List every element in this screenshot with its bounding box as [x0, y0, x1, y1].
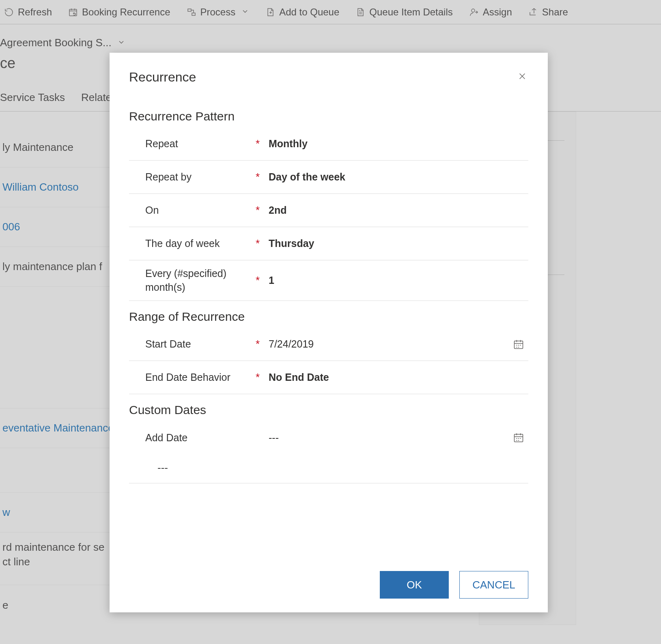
- add-date-value[interactable]: ---: [265, 432, 528, 444]
- close-icon: [518, 72, 527, 81]
- start-date-label: Start Date: [129, 338, 251, 350]
- repeat-by-label: Repeat by: [129, 171, 251, 183]
- on-value[interactable]: 2nd: [265, 204, 528, 216]
- dialog-footer: OK CANCEL: [129, 566, 528, 599]
- day-of-week-label: The day of week: [129, 238, 251, 249]
- recurrence-dialog: Recurrence Recurrence Pattern Repeat * M…: [110, 53, 548, 612]
- on-field[interactable]: On * 2nd: [129, 194, 528, 227]
- repeat-value[interactable]: Monthly: [265, 138, 528, 150]
- ok-button[interactable]: OK: [380, 571, 449, 599]
- required-asterisk: *: [251, 204, 265, 217]
- repeat-label: Repeat: [129, 138, 251, 150]
- start-date-value[interactable]: 7/24/2019: [265, 338, 528, 350]
- required-asterisk: *: [251, 338, 265, 350]
- required-asterisk: *: [251, 137, 265, 150]
- end-date-behavior-field[interactable]: End Date Behavior * No End Date: [129, 361, 528, 394]
- start-date-field[interactable]: Start Date * 7/24/2019: [129, 328, 528, 361]
- day-of-week-value[interactable]: Thursday: [265, 238, 528, 249]
- calendar-icon[interactable]: [513, 339, 524, 350]
- every-months-label: Every (#specified) month(s): [129, 267, 251, 294]
- repeat-by-value[interactable]: Day of the week: [265, 171, 528, 183]
- repeat-by-field[interactable]: Repeat by * Day of the week: [129, 161, 528, 194]
- repeat-field[interactable]: Repeat * Monthly: [129, 127, 528, 161]
- on-label: On: [129, 204, 251, 216]
- add-date-field[interactable]: Add Date ---: [129, 421, 528, 454]
- dialog-header: Recurrence: [129, 69, 528, 85]
- start-date-text: 7/24/2019: [269, 338, 314, 350]
- close-button[interactable]: [516, 69, 528, 85]
- every-months-value[interactable]: 1: [265, 275, 528, 286]
- required-asterisk: *: [251, 237, 265, 250]
- end-date-behavior-value[interactable]: No End Date: [265, 371, 528, 383]
- add-date-text: ---: [269, 432, 279, 444]
- every-months-field[interactable]: Every (#specified) month(s) * 1: [129, 260, 528, 301]
- end-date-behavior-label: End Date Behavior: [129, 371, 251, 383]
- calendar-icon[interactable]: [513, 432, 524, 443]
- day-of-week-field[interactable]: The day of week * Thursday: [129, 227, 528, 260]
- section-range: Range of Recurrence: [129, 310, 528, 324]
- required-asterisk: *: [251, 274, 265, 287]
- required-asterisk: *: [251, 171, 265, 183]
- cancel-button[interactable]: CANCEL: [459, 571, 528, 599]
- dialog-title: Recurrence: [129, 70, 196, 85]
- custom-dates-list: ---: [129, 454, 528, 483]
- add-date-label: Add Date: [129, 432, 251, 444]
- required-asterisk: *: [251, 371, 265, 384]
- section-custom-dates: Custom Dates: [129, 403, 528, 417]
- section-recurrence-pattern: Recurrence Pattern: [129, 109, 528, 123]
